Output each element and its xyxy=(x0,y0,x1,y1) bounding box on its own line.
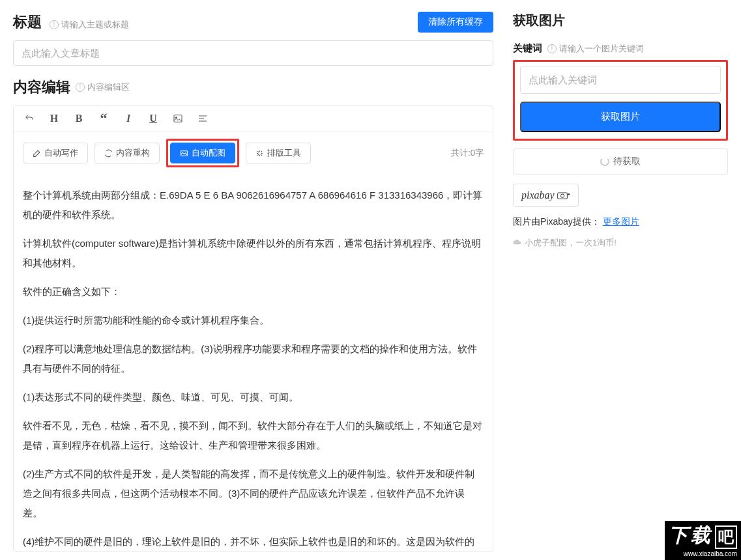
content-label: 内容编辑 xyxy=(13,77,70,97)
content-paragraph: (2)程序可以满意地处理信息的数据结构。(3)说明程序功能要求和程序需要的文档的… xyxy=(23,339,484,378)
heading-icon[interactable]: H xyxy=(48,112,61,125)
right-panel: 获取图片 关键词 ! 请输入一个图片关键词 获取图片 待获取 pixabay xyxy=(506,0,741,560)
content-hint: ! 内容编辑区 xyxy=(76,81,130,93)
info-icon: ! xyxy=(76,83,85,92)
cloud-icon xyxy=(513,238,522,247)
watermark: 下载 吧 www.xiazaiba.com xyxy=(665,521,741,560)
info-icon: ! xyxy=(50,20,59,29)
content-paragraph: 整个计算机系统由两部分组成：E.69DA 5 E 6 BA 9062616964… xyxy=(23,186,484,225)
content-paragraph: (2)生产方式不同的软件是开发，是人类智能的高发挥，而不是传统意义上的硬件制造。… xyxy=(23,464,484,523)
svg-rect-6 xyxy=(557,193,567,199)
camera-icon xyxy=(557,191,570,200)
content-paragraph: (1)提供运行时所需功能和性能的命令或计算机程序集合。 xyxy=(23,311,484,330)
format-toolbar: H B “ I U xyxy=(14,105,493,132)
auto-image-button[interactable]: 自动配图 xyxy=(170,143,235,163)
image-source: 图片由Pixabay提供： 更多图片 xyxy=(513,216,728,228)
layout-tool-button[interactable]: 排版工具 xyxy=(246,143,311,163)
svg-rect-0 xyxy=(174,115,182,122)
undo-icon[interactable] xyxy=(23,112,36,125)
footer-note: 小虎子配图，一次1淘币! xyxy=(513,237,728,249)
title-header: 标题 ! 请输入主题或标题 清除所有缓存 xyxy=(13,12,493,33)
svg-point-7 xyxy=(560,194,564,197)
image-icon[interactable] xyxy=(171,112,184,125)
keyword-header: 关键词 ! 请输入一个图片关键词 xyxy=(513,42,728,55)
editor-content[interactable]: 整个计算机系统由两部分组成：E.69DA 5 E 6 BA 9062616964… xyxy=(14,174,493,552)
content-paragraph: (1)表达形式不同的硬件类型、颜色、味道、可见、可摸、可闻。 xyxy=(23,387,484,407)
keyword-hint: ! 请输入一个图片关键词 xyxy=(547,43,644,55)
keyword-highlight: 获取图片 xyxy=(513,60,728,141)
left-panel: 标题 ! 请输入主题或标题 清除所有缓存 内容编辑 ! 内容编辑区 H xyxy=(0,0,506,560)
keyword-input[interactable] xyxy=(520,66,721,94)
title-label: 标题 xyxy=(13,14,42,30)
italic-icon[interactable]: I xyxy=(122,112,135,125)
content-paragraph: 软件的正确含义如下： xyxy=(23,282,484,301)
action-toolbar: 自动写作 内容重构 自动配图 排版工具 共计:0字 xyxy=(14,132,493,174)
title-hint: ! 请输入主题或标题 xyxy=(50,19,129,31)
content-paragraph: 软件看不见，无色，枯燥，看不见，摸不到，闻不到。软件大部分存在于人们的头脑或纸上… xyxy=(23,416,484,455)
align-icon[interactable] xyxy=(196,112,209,125)
underline-icon[interactable]: U xyxy=(147,112,160,125)
auto-write-button[interactable]: 自动写作 xyxy=(23,143,88,163)
bold-icon[interactable]: B xyxy=(72,112,85,125)
fetch-image-button[interactable]: 获取图片 xyxy=(520,102,721,132)
clear-cache-button[interactable]: 清除所有缓存 xyxy=(418,12,493,33)
pixabay-badge: pixabay xyxy=(513,184,579,207)
auto-image-highlight: 自动配图 xyxy=(166,139,239,167)
more-images-link[interactable]: 更多图片 xyxy=(603,216,639,227)
content-paragraph: 计算机软件(computer software)是指计算机系统中除硬件以外的所有… xyxy=(23,234,484,273)
content-paragraph: (4)维护不同的硬件是旧的，理论上软件是旧的，并不坏，但实际上软件也是旧的和坏的… xyxy=(23,532,484,552)
keyword-label: 关键词 xyxy=(513,42,542,55)
fetch-image-title: 获取图片 xyxy=(513,12,728,29)
editor-box: H B “ I U 自动写作 内容重构 xyxy=(13,105,493,552)
article-title-input[interactable] xyxy=(13,40,493,66)
restructure-button[interactable]: 内容重构 xyxy=(94,143,160,163)
word-count: 共计:0字 xyxy=(451,147,484,159)
content-header: 内容编辑 ! 内容编辑区 xyxy=(13,77,493,97)
quote-icon[interactable]: “ xyxy=(97,112,110,125)
info-icon: ! xyxy=(547,44,557,53)
spinner-icon xyxy=(600,157,609,166)
pending-status: 待获取 xyxy=(513,148,728,175)
svg-rect-8 xyxy=(568,193,570,195)
